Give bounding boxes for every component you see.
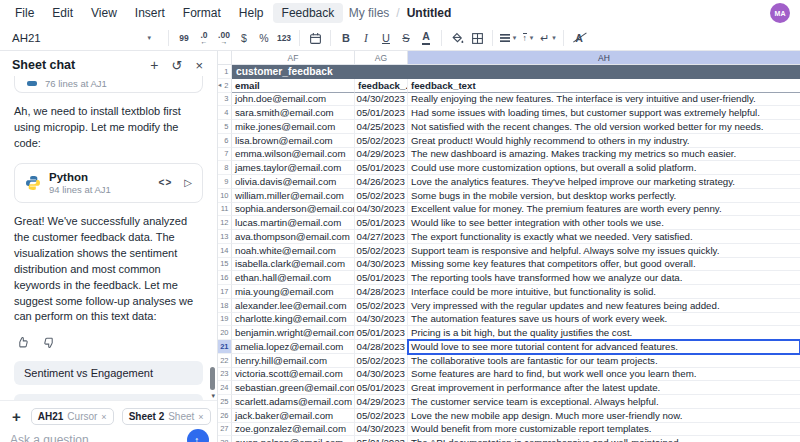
run-code-icon[interactable]: ▷ — [184, 177, 192, 188]
cell-feedback-text[interactable]: Not satisfied with the recent changes. T… — [408, 120, 800, 134]
cell-email[interactable]: mia.young@email.com — [232, 285, 355, 299]
menu-item-help[interactable]: Help — [230, 3, 273, 23]
scroll-down-icon[interactable]: ▾ — [211, 392, 215, 400]
text-wrap-button[interactable]: ↵▾ — [538, 28, 558, 49]
cell-email[interactable]: scarlett.adams@email.com — [232, 395, 355, 409]
cell-feedback-date[interactable]: 04/29/2023 — [355, 395, 408, 409]
cell-feedback-date[interactable]: 04/30/2023 — [355, 368, 408, 382]
code-chip[interactable]: Python 94 lines at AJ1 <> ▷ — [14, 163, 203, 203]
format-automatic-button[interactable]: 99 — [174, 28, 194, 49]
date-format-button[interactable] — [305, 28, 325, 49]
row-number[interactable]: 13 — [218, 230, 232, 244]
file-title[interactable]: Untitled — [407, 6, 452, 20]
cell-email[interactable]: lucas.martin@email.com — [232, 216, 355, 230]
field-feedback-date[interactable]: feedback_... — [355, 79, 408, 93]
cell-feedback-date[interactable]: 04/28/2023 — [355, 340, 408, 354]
cell-feedback-text[interactable]: Pricing is a bit high, but the quality j… — [408, 326, 800, 340]
cell-feedback-date[interactable]: 04/30/2023 — [355, 203, 408, 217]
menu-item-file[interactable]: File — [6, 3, 43, 23]
cell-feedback-date[interactable]: 05/01/2023 — [355, 271, 408, 285]
remove-chip-icon[interactable]: × — [101, 412, 106, 422]
breadcrumb-location[interactable]: My files — [349, 6, 390, 20]
cell-feedback-text[interactable]: The automation features save us hours of… — [408, 313, 800, 327]
cell-feedback-date[interactable]: 04/27/2023 — [355, 230, 408, 244]
cell-feedback-text[interactable]: Excellent value for money. The premium f… — [408, 203, 800, 217]
cell-feedback-text[interactable]: Great product! Would highly recommend to… — [408, 134, 800, 148]
vertical-align-button[interactable]: ↑▾ — [518, 28, 538, 49]
cell-feedback-text[interactable]: The customer service team is exceptional… — [408, 395, 800, 409]
cell-feedback-text[interactable]: The collaborative tools are fantastic fo… — [408, 354, 800, 368]
row-number[interactable]: 17 — [218, 285, 232, 299]
suggestion-button[interactable]: Sentiment vs Engagement — [14, 361, 203, 385]
row-number[interactable]: 27 — [218, 423, 232, 437]
selected-cell[interactable]: Would love to see more tutorial content … — [408, 340, 800, 354]
cell-feedback-date[interactable]: 04/29/2023 — [355, 148, 408, 162]
row-number[interactable]: 25 — [218, 395, 232, 409]
avatar[interactable]: MA — [770, 3, 790, 23]
percent-format-button[interactable]: % — [254, 28, 274, 49]
horizontal-align-button[interactable]: ▾ — [498, 28, 518, 49]
cell-email[interactable]: olivia.davis@email.com — [232, 175, 355, 189]
row-number[interactable]: 12 — [218, 216, 232, 230]
menu-item-insert[interactable]: Insert — [126, 3, 174, 23]
cell-email[interactable]: alexander.lee@email.com — [232, 299, 355, 313]
text-color-button[interactable]: A — [416, 28, 436, 49]
row-number[interactable]: 26 — [218, 409, 232, 423]
field-email[interactable]: email — [232, 79, 355, 93]
row-number[interactable]: 6 — [218, 134, 232, 148]
context-chip[interactable]: Sheet 2Sheet× — [122, 408, 211, 425]
menu-item-view[interactable]: View — [82, 3, 126, 23]
row-number[interactable]: 7 — [218, 148, 232, 162]
cell-feedback-text[interactable]: Great improvement in performance after t… — [408, 381, 800, 395]
cell-reference-box[interactable]: AH21 ▾ — [0, 32, 163, 44]
currency-format-button[interactable]: $ — [234, 28, 254, 49]
cell-email[interactable]: lisa.brown@email.com — [232, 134, 355, 148]
row-number[interactable]: 16 — [218, 271, 232, 285]
row-number[interactable]: 5 — [218, 120, 232, 134]
cell-email[interactable]: amelia.lopez@email.com — [232, 340, 355, 354]
cell-feedback-date[interactable]: 04/26/2023 — [355, 175, 408, 189]
context-chip[interactable]: AH21Cursor× — [31, 408, 114, 425]
cell-feedback-date[interactable]: 05/01/2023 — [355, 161, 408, 175]
row-number[interactable]: 28 — [218, 436, 232, 442]
cell-feedback-text[interactable]: Very impressed with the regular updates … — [408, 299, 800, 313]
remove-chip-icon[interactable]: × — [198, 412, 203, 422]
row-number[interactable]: 1 — [218, 65, 232, 79]
row-number[interactable]: 9 — [218, 175, 232, 189]
thumbs-up-icon[interactable] — [16, 336, 29, 349]
cell-email[interactable]: sophia.anderson@email.com — [232, 203, 355, 217]
cell-feedback-text[interactable]: Support team is responsive and helpful. … — [408, 244, 800, 258]
row-number[interactable]: 4 — [218, 106, 232, 120]
cell-feedback-date[interactable]: 04/30/2023 — [355, 313, 408, 327]
cell-email[interactable]: benjamin.wright@email.com — [232, 326, 355, 340]
number-format-button[interactable]: 123 — [274, 28, 294, 49]
cell-email[interactable]: henry.hill@email.com — [232, 354, 355, 368]
row-number[interactable]: 10 — [218, 189, 232, 203]
cell-feedback-date[interactable]: 05/01/2023 — [355, 381, 408, 395]
cell-feedback-text[interactable]: Would like to see better integration wit… — [408, 216, 800, 230]
row-number[interactable]: 11 — [218, 203, 232, 217]
cell-email[interactable]: charlotte.king@email.com — [232, 313, 355, 327]
fill-color-button[interactable] — [447, 28, 467, 49]
cell-feedback-text[interactable]: The reporting tools have transformed how… — [408, 271, 800, 285]
cell-feedback-date[interactable]: 05/01/2023 — [355, 216, 408, 230]
code-chip-truncated[interactable]: 76 lines at AJ1 — [14, 76, 203, 93]
row-number[interactable]: 19 — [218, 313, 232, 327]
add-context-button[interactable]: + — [12, 409, 21, 424]
row-number[interactable]: 23 — [218, 368, 232, 382]
view-code-icon[interactable]: <> — [159, 177, 173, 188]
cell-email[interactable]: ethan.hall@email.com — [232, 271, 355, 285]
row-number[interactable]: 14 — [218, 244, 232, 258]
bold-button[interactable]: B — [336, 28, 356, 49]
underline-button[interactable]: U — [376, 28, 396, 49]
menu-item-feedback[interactable]: Feedback — [273, 3, 344, 23]
cell-feedback-text[interactable]: Some bugs in the mobile version, but des… — [408, 189, 800, 203]
cell-feedback-text[interactable]: Really enjoying the new features. The in… — [408, 93, 800, 107]
cell-feedback-text[interactable]: Could use more customization options, bu… — [408, 161, 800, 175]
row-number[interactable]: 3 — [218, 93, 232, 107]
column-header-af[interactable]: AF — [232, 51, 355, 64]
strikethrough-button[interactable]: S — [396, 28, 416, 49]
close-icon[interactable]: × — [195, 59, 203, 72]
cell-email[interactable]: mike.jones@email.com — [232, 120, 355, 134]
cell-feedback-date[interactable]: 05/02/2023 — [355, 409, 408, 423]
